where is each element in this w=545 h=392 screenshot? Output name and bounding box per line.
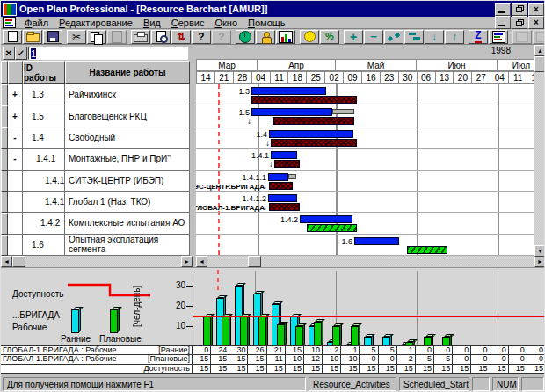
planned-bar[interactable] <box>269 130 353 138</box>
planned-bar[interactable] <box>271 151 297 159</box>
open-button[interactable] <box>23 30 42 44</box>
progress-bar[interactable] <box>271 139 357 147</box>
planned-bar[interactable] <box>251 108 332 116</box>
gantt-vscroll-track[interactable] <box>534 56 545 245</box>
help-button[interactable] <box>192 30 211 44</box>
gantt-horizontal-scrollbar[interactable]: ◄ ► <box>196 256 545 267</box>
activity-id-cell[interactable]: 1.4.1 <box>23 171 65 192</box>
app-minimize-button[interactable] <box>495 3 511 16</box>
planned-bar[interactable] <box>251 87 326 95</box>
table-view-button[interactable] <box>489 30 508 44</box>
activity-name-cell[interactable]: Комплексные испытания АО <box>65 213 190 234</box>
expand-toggle[interactable]: - <box>8 149 23 170</box>
activity-name-cell[interactable]: Опытная эксплатация сегмента <box>65 235 190 256</box>
row-selector[interactable] <box>1 213 8 234</box>
gantt-scroll-thumb[interactable] <box>248 256 261 267</box>
progress-bar[interactable] <box>307 224 357 232</box>
app-icon[interactable] <box>3 3 17 16</box>
activity-name-cell[interactable]: Благовещенск РКЦ <box>65 105 190 127</box>
scroll-left-icon[interactable]: ◄ <box>1 256 12 267</box>
app-restore-button[interactable] <box>512 3 527 16</box>
save-button[interactable] <box>43 30 62 44</box>
table-scroll-thumb[interactable] <box>12 256 25 267</box>
planned-bar[interactable] <box>268 194 297 202</box>
expand-toggle[interactable] <box>8 192 23 213</box>
menu-окно[interactable]: Окно <box>209 18 243 28</box>
expand-toggle[interactable]: + <box>8 105 23 127</box>
expand-toggle[interactable]: - <box>8 127 23 149</box>
activity-name-cell[interactable]: Монтажные, ПНР и ПрИ" <box>65 149 190 170</box>
copy-button[interactable] <box>87 30 106 44</box>
row-selector[interactable] <box>1 105 8 127</box>
cell-edit-input[interactable]: 1 <box>28 47 188 60</box>
row-selector[interactable] <box>1 149 8 170</box>
column-header-name[interactable]: Название работы <box>65 61 190 84</box>
menu-файл[interactable]: Файл <box>19 18 54 28</box>
scroll-down-icon[interactable]: ▼ <box>534 245 545 257</box>
menu-помощь[interactable]: Помощь <box>243 18 291 28</box>
child-restore-button[interactable] <box>512 16 527 29</box>
activity-name-cell[interactable]: Райчихинск <box>65 84 190 105</box>
link-bars-button[interactable] <box>404 30 424 44</box>
activity-id-cell[interactable]: 1.3 <box>23 84 65 105</box>
preview-button[interactable] <box>151 30 171 44</box>
progress-bar[interactable] <box>269 182 293 190</box>
float-bar[interactable] <box>288 174 296 179</box>
progress-bar[interactable] <box>407 246 447 254</box>
bar-chart-button[interactable] <box>276 30 295 44</box>
resource-button[interactable] <box>256 30 275 44</box>
remove-button[interactable] <box>364 30 383 44</box>
child-close-button[interactable]: × <box>528 16 544 29</box>
menu-редактирование[interactable]: Редактирование <box>54 18 138 28</box>
activity-id-cell[interactable]: 1.4 <box>23 127 65 149</box>
new-button[interactable] <box>3 30 22 44</box>
gantt-vscroll-thumb[interactable] <box>534 56 545 72</box>
accept-edit-button[interactable]: ✓ <box>15 47 27 60</box>
activity-name-cell[interactable]: Глобал 1 (Наз. ТКО) <box>65 192 190 213</box>
cancel-edit-button[interactable]: ✕ <box>3 47 15 60</box>
row-selector[interactable] <box>1 127 8 149</box>
planned-bar[interactable] <box>300 215 352 223</box>
print-button[interactable] <box>131 30 150 44</box>
scroll-left-icon[interactable]: ◄ <box>196 256 207 267</box>
document-icon[interactable] <box>3 17 16 28</box>
percent-button[interactable] <box>320 30 339 44</box>
float-bar[interactable] <box>332 109 354 114</box>
cut-button[interactable] <box>67 30 86 44</box>
planned-bar[interactable] <box>268 173 288 181</box>
activity-id-cell[interactable]: 1.4.1 <box>23 149 65 170</box>
menu-вид[interactable]: Вид <box>138 18 166 28</box>
expand-toggle[interactable]: + <box>8 84 23 105</box>
scroll-right-icon[interactable]: ► <box>181 256 193 267</box>
scroll-up-icon[interactable]: ▲ <box>534 45 545 56</box>
link-button[interactable] <box>384 30 403 44</box>
expand-toggle[interactable] <box>8 235 23 256</box>
move-down-button[interactable] <box>425 30 444 44</box>
add-button[interactable] <box>344 30 363 44</box>
expand-toggle[interactable] <box>8 213 23 234</box>
app-close-button[interactable]: × <box>528 3 544 16</box>
progress-bar[interactable] <box>251 96 357 104</box>
clock-button[interactable] <box>236 30 255 44</box>
child-minimize-button[interactable] <box>495 16 511 29</box>
row-selector[interactable] <box>1 171 8 192</box>
z-order-button[interactable] <box>469 30 488 44</box>
expand-toggle[interactable] <box>8 171 23 192</box>
table-horizontal-scrollbar[interactable]: ◄ ► <box>1 256 193 267</box>
row-selector[interactable] <box>1 192 8 213</box>
scroll-right-icon[interactable]: ► <box>534 256 545 267</box>
gantt-vertical-scrollbar[interactable]: ▲ ▼ <box>534 45 545 257</box>
activity-id-cell[interactable]: 1.5 <box>23 105 65 127</box>
move-up-button[interactable] <box>445 30 464 44</box>
gantt-scroll-track[interactable] <box>207 256 534 267</box>
activity-id-cell[interactable]: 1.6 <box>23 235 65 256</box>
row-selector[interactable] <box>1 84 8 105</box>
activity-id-cell[interactable]: 1.4.2 <box>23 213 65 234</box>
activity-name-cell[interactable]: СИТЭК-ЦЕНТР (ИБЭП) <box>65 171 190 192</box>
page-arrows-button[interactable] <box>171 30 191 44</box>
coin-button[interactable] <box>300 30 319 44</box>
row-selector[interactable] <box>1 235 8 256</box>
progress-bar[interactable] <box>273 117 354 125</box>
column-header-id[interactable]: ID работы <box>23 61 65 84</box>
activity-id-cell[interactable]: 1.4.1 <box>23 192 65 213</box>
